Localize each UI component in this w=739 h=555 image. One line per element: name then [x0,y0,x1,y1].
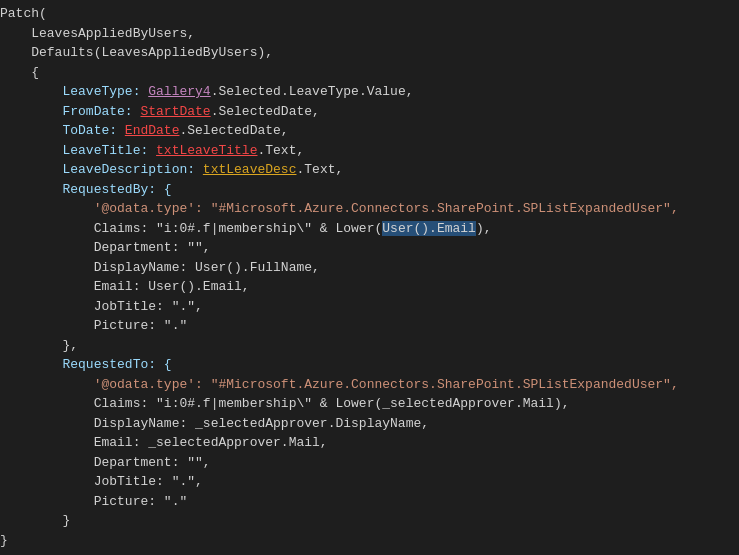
token: LeaveTitle: [62,143,156,158]
code-line: Picture: "." [0,316,739,336]
line-content: LeavesAppliedByUsers, [0,24,739,44]
token: Claims: "i:0#.f|membership\" & Lower(_se… [94,396,570,411]
line-content: LeaveType: Gallery4.Selected.LeaveType.V… [0,82,739,102]
code-line: } [0,511,739,531]
code-line: } [0,531,739,551]
token: DisplayName: _selectedApprover.DisplayNa… [94,416,429,431]
token: txtLeaveTitle [156,143,257,158]
token: ), [476,221,492,236]
line-content: }, [0,336,739,356]
line-content: } [0,531,739,551]
code-line: Email: _selectedApprover.Mail, [0,433,739,453]
code-line: Claims: "i:0#.f|membership\" & Lower(_se… [0,394,739,414]
token: } [0,533,8,548]
code-line: Email: User().Email, [0,277,739,297]
line-content: DisplayName: User().FullName, [0,258,739,278]
line-content: JobTitle: ".", [0,297,739,317]
token: Department: "", [94,455,211,470]
token: Picture: "." [94,318,188,333]
token: ToDate: [62,123,124,138]
token: } [62,513,70,528]
line-content: RequestedTo: { [0,355,739,375]
code-line: Claims: "i:0#.f|membership\" & Lower(Use… [0,219,739,239]
token: DisplayName: User().FullName, [94,260,320,275]
code-line: FromDate: StartDate.SelectedDate, [0,102,739,122]
token: EndDate [125,123,180,138]
line-content: { [0,63,739,83]
line-content: LeaveDescription: txtLeaveDesc.Text, [0,160,739,180]
line-content: Department: "", [0,453,739,473]
line-content: '@odata.type': "#Microsoft.Azure.Connect… [0,199,739,219]
code-line: ToDate: EndDate.SelectedDate, [0,121,739,141]
line-content: Email: _selectedApprover.Mail, [0,433,739,453]
code-line: Patch( [0,4,739,24]
line-content: FromDate: StartDate.SelectedDate, [0,102,739,122]
token: txtLeaveDesc [203,162,297,177]
code-line: }, [0,336,739,356]
token: RequestedBy: { [62,182,171,197]
code-line: LeavesAppliedByUsers, [0,24,739,44]
code-line: LeaveDescription: txtLeaveDesc.Text, [0,160,739,180]
token: '@odata.type': "#Microsoft.Azure.Connect… [94,201,679,216]
token: Picture: "." [94,494,188,509]
code-line: Department: "", [0,453,739,473]
token: StartDate [140,104,210,119]
token: RequestedTo: { [62,357,171,372]
token: { [31,65,39,80]
token: Patch( [0,6,47,21]
code-line: Department: "", [0,238,739,258]
token: Claims: "i:0#.f|membership\" & Lower( [94,221,383,236]
token: '@odata.type': "#Microsoft.Azure.Connect… [94,377,679,392]
code-editor: Patch( LeavesAppliedByUsers, Defaults(Le… [0,0,739,554]
line-content: Picture: "." [0,316,739,336]
code-line: Picture: "." [0,492,739,512]
token: Email: _selectedApprover.Mail, [94,435,328,450]
token: .Text, [257,143,304,158]
token: JobTitle: ".", [94,299,203,314]
token: .SelectedDate, [179,123,288,138]
code-line: '@odata.type': "#Microsoft.Azure.Connect… [0,199,739,219]
code-line: '@odata.type': "#Microsoft.Azure.Connect… [0,375,739,395]
token: JobTitle: ".", [94,474,203,489]
line-content: Patch( [0,4,739,24]
line-content: Email: User().Email, [0,277,739,297]
line-content: Defaults(LeavesAppliedByUsers), [0,43,739,63]
token: Defaults(LeavesAppliedByUsers), [31,45,273,60]
line-content: '@odata.type': "#Microsoft.Azure.Connect… [0,375,739,395]
line-content: RequestedBy: { [0,180,739,200]
code-line: LeaveTitle: txtLeaveTitle.Text, [0,141,739,161]
code-line: Defaults(LeavesAppliedByUsers), [0,43,739,63]
token: .Text, [296,162,343,177]
token: }, [62,338,78,353]
line-content: Claims: "i:0#.f|membership\" & Lower(_se… [0,394,739,414]
line-content: DisplayName: _selectedApprover.DisplayNa… [0,414,739,434]
line-content: Claims: "i:0#.f|membership\" & Lower(Use… [0,219,739,239]
code-line: RequestedBy: { [0,180,739,200]
token: User().Email [382,221,476,236]
code-line: { [0,63,739,83]
line-content: } [0,511,739,531]
token: .Selected.LeaveType.Value, [211,84,414,99]
token: LeaveDescription: [62,162,202,177]
token: .SelectedDate, [211,104,320,119]
token: FromDate: [62,104,140,119]
code-line: LeaveType: Gallery4.Selected.LeaveType.V… [0,82,739,102]
code-line: DisplayName: _selectedApprover.DisplayNa… [0,414,739,434]
token: Gallery4 [148,84,210,99]
code-line: JobTitle: ".", [0,297,739,317]
token: LeavesAppliedByUsers, [31,26,195,41]
token: Department: "", [94,240,211,255]
token: LeaveType: [62,84,148,99]
line-content: JobTitle: ".", [0,472,739,492]
line-content: Picture: "." [0,492,739,512]
token: Email: User().Email, [94,279,250,294]
line-content: LeaveTitle: txtLeaveTitle.Text, [0,141,739,161]
line-content: ToDate: EndDate.SelectedDate, [0,121,739,141]
line-content: Department: "", [0,238,739,258]
code-line: RequestedTo: { [0,355,739,375]
code-line: DisplayName: User().FullName, [0,258,739,278]
code-line: JobTitle: ".", [0,472,739,492]
